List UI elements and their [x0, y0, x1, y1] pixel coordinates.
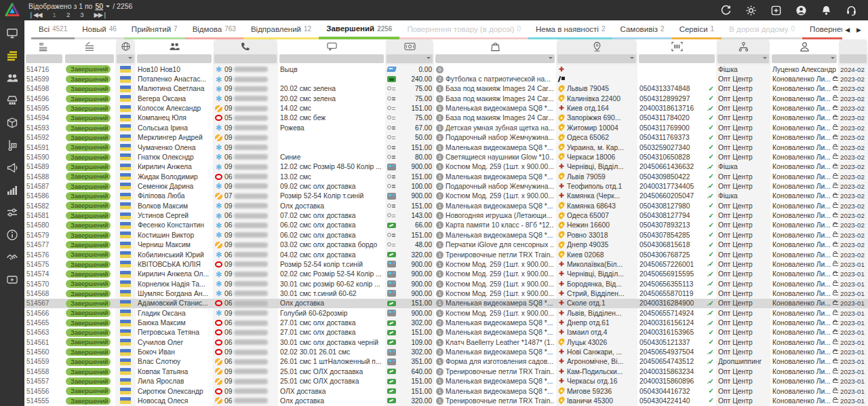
status-tab[interactable]: Новый 46	[75, 20, 124, 39]
purchases-cart-icon[interactable]	[5, 139, 19, 152]
status-tab[interactable]: Нема в наявності 2	[528, 20, 612, 39]
order-row[interactable]: 514596 Завершений Вегера Оксана 09 20.02…	[24, 94, 868, 103]
refresh-icon[interactable]	[719, 4, 732, 16]
order-row[interactable]: 514589 Завершений Кирилич Анжела 09 12.0…	[24, 162, 868, 172]
order-row[interactable]: 514563 Завершений Петровська Тетяна 06 2…	[24, 328, 868, 337]
status-tab[interactable]: Самовивіз 2	[612, 20, 671, 39]
order-row[interactable]: 514576 Завершений Кобилинський Юрий 06 0…	[24, 250, 868, 259]
order-row[interactable]: 514595 Завершений Колосок Александр 09 1…	[24, 103, 868, 113]
order-row[interactable]: 514590 Завершений Гнатюк Олексндр 06 Син…	[24, 152, 868, 162]
order-row[interactable]: 514598 Завершений Малютина Светлана 09 2…	[24, 84, 868, 94]
status-tab[interactable]: В дорозі додому 0	[722, 20, 802, 39]
status-tab[interactable]: Сервіси 1	[672, 20, 722, 39]
order-row[interactable]: 514592 Завершений Мерклингер Андрей 09 5…	[24, 133, 868, 143]
status-tab[interactable]: Повернення товару (в дорозі) 0	[399, 20, 528, 39]
order-row[interactable]: 514558 Завершений Ковпак Татьяна 09 25.0…	[24, 367, 868, 376]
filter-status-input[interactable]	[65, 54, 114, 63]
order-row[interactable]: 514594 Завершений Компанец Юля 05 18.02 …	[24, 113, 868, 123]
sliders-icon[interactable]	[5, 206, 19, 219]
order-row[interactable]: 514716 Завершений Нов10 Нов10 09 Выцв 0.…	[24, 64, 868, 74]
market-icon[interactable]	[5, 94, 19, 107]
package-icon[interactable]	[5, 116, 19, 130]
order-row[interactable]: 514574 Завершений Кирилич Анжела Ол... 0…	[24, 270, 868, 279]
page-button-3[interactable]: 3	[80, 11, 83, 18]
column-header-products[interactable]	[434, 39, 556, 53]
filter-id-input[interactable]	[26, 54, 62, 63]
filter-country-select[interactable]	[117, 54, 134, 63]
column-header-delivery-address[interactable]	[556, 39, 637, 53]
order-row[interactable]: 514559 Завершений Влас Слотюу 06 26.01 с…	[24, 357, 868, 367]
filter-delivery-select[interactable]	[557, 54, 636, 63]
gear-icon[interactable]	[745, 4, 757, 16]
order-row[interactable]: 514579 Завершений Костишин Виктор 09 06.…	[24, 230, 868, 240]
status-tab[interactable]: Всі 4521	[31, 20, 75, 39]
column-header-status[interactable]	[64, 39, 115, 53]
avatar-icon[interactable]	[795, 4, 807, 16]
order-row[interactable]: 514561 Завершений Сучилов Олег 06 30.01 …	[24, 337, 868, 347]
order-row[interactable]: 514586 Завершений Філіпова Люба 07 Розмі…	[24, 191, 868, 201]
info-icon[interactable]	[5, 228, 19, 242]
status-tab[interactable]: Прийнятий 7	[124, 20, 185, 39]
column-header-manager[interactable]	[770, 39, 838, 53]
orders-list-icon[interactable]	[5, 49, 19, 62]
column-header-phone[interactable]	[213, 39, 278, 53]
tabs-scroll-right-icon[interactable]: ▶	[856, 26, 861, 33]
filter-manager-select[interactable]	[772, 54, 837, 63]
bell-icon[interactable]	[820, 4, 832, 16]
order-row[interactable]: 514588 Завершений Жидак Володимир 06 13.…	[24, 172, 868, 181]
team-icon[interactable]	[5, 71, 19, 85]
column-header-date[interactable]	[838, 39, 868, 53]
order-row[interactable]: 514575 Завершений КВІТОВСЬКА ЮЛІЯ 09 Роз…	[24, 259, 868, 269]
status-tab[interactable]: Завершений 2256	[319, 20, 399, 39]
column-header-tracking[interactable]	[637, 39, 716, 53]
order-row[interactable]: 514567 Завершений Адамовский Станис... 0…	[24, 299, 868, 308]
stats-icon[interactable]	[5, 183, 19, 197]
order-row[interactable]: 514555 Завершений Новосад Олеся 06 Олх д…	[24, 396, 868, 405]
order-row[interactable]: 514577 Завершений Черниш Максим 09 03.02…	[24, 240, 868, 249]
video-icon[interactable]	[5, 273, 19, 287]
column-header-customer[interactable]	[136, 39, 213, 53]
status-tab[interactable]: Відправлений 12	[243, 20, 319, 39]
app-logo[interactable]	[0, 0, 24, 20]
filter-phone-input[interactable]	[214, 54, 277, 63]
page-button-2[interactable]: 2	[66, 11, 69, 18]
column-header-comment[interactable]	[278, 39, 385, 53]
order-row[interactable]: 514566 Завершений Гладик Оксана 09 Голуб…	[24, 308, 868, 318]
megaphone-icon[interactable]	[5, 161, 19, 174]
support-headset-icon[interactable]	[845, 4, 857, 16]
order-row[interactable]: 514557 Завершений Лила Ярослав 09 25.01 …	[24, 377, 868, 386]
filter-product-select[interactable]	[435, 54, 555, 63]
filter-comment-input[interactable]	[279, 54, 384, 63]
filter-customer-input[interactable]	[137, 54, 212, 63]
order-row[interactable]: 514593 Завершений Сольська Ірина 09 Роже…	[24, 123, 868, 132]
order-row[interactable]: 514580 Завершений Фесенко Константин 06 …	[24, 221, 868, 230]
last-page-button[interactable]: ▶▶❘	[94, 11, 107, 18]
column-header-payment[interactable]	[385, 39, 434, 53]
order-row[interactable]: 514591 Завершений Чумаченко Олена 09 151…	[24, 143, 868, 152]
tabs-scroll-left-icon[interactable]: ◀	[845, 26, 850, 33]
order-row[interactable]: 514556 Завершений Сиротюк Олександр 09 О…	[24, 386, 868, 396]
order-row[interactable]: 514570 Завершений Корнелюк Надія Та... 0…	[24, 279, 868, 289]
filter-tracking-input[interactable]	[639, 54, 715, 63]
first-page-button[interactable]: ❘◀◀	[28, 11, 42, 18]
order-row[interactable]: 514599 Завершений Потапенко Анастас... 0…	[24, 74, 868, 84]
filter-source-select[interactable]	[717, 54, 769, 63]
filter-payment-select[interactable]	[387, 54, 433, 63]
page-button-1[interactable]: 1	[53, 11, 56, 18]
order-row[interactable]: 514560 Завершений Бокоч Иван 09 02.02 30…	[24, 347, 868, 356]
column-header-country[interactable]	[115, 39, 136, 53]
status-tab[interactable]: Відмова 763	[185, 20, 243, 39]
order-row[interactable]: 514568 Завершений Шумляс Богдана Ан... 0…	[24, 289, 868, 298]
filter-date-input[interactable]	[840, 54, 867, 63]
order-row[interactable]: 514587 Завершений Семенюк Дарина 09 09.0…	[24, 181, 868, 191]
order-row[interactable]: 514565 Завершений Баюка Максим 06 27.01 …	[24, 318, 868, 327]
monitor-icon[interactable]	[5, 26, 19, 40]
add-square-icon[interactable]	[770, 4, 782, 16]
column-header-id[interactable]: ID	[24, 39, 64, 53]
partners-icon[interactable]	[5, 251, 19, 264]
order-row[interactable]: 514582 Завершений Волков Максим 09 Олх д…	[24, 201, 868, 210]
column-header-source[interactable]	[716, 39, 770, 53]
status-tab[interactable]: Повернення (завершений) 125	[802, 20, 842, 39]
order-row[interactable]: 514581 Завершений Устинов Сергей 06 07.0…	[24, 210, 868, 220]
page-size-dropdown[interactable]: 50	[95, 2, 103, 10]
